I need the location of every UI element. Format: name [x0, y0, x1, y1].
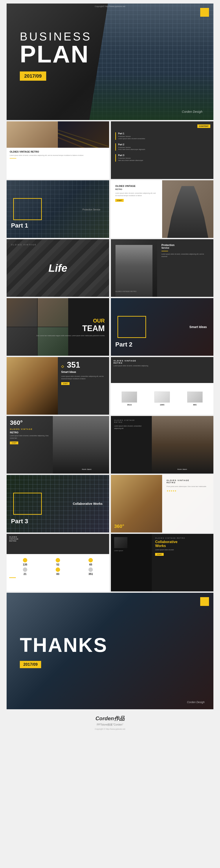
team-team-text: TEAM [36, 324, 105, 333]
collab-vintage-label: OLDIES VINTAGE RETRO [155, 537, 210, 539]
hero-yellow-accent [200, 8, 209, 17]
slide-row-10: THANKS 2017/09 Corden Desigh [4, 593, 216, 709]
smart-title: Smart Ideas [61, 370, 106, 374]
vintage-night-img [58, 121, 109, 148]
vintage-yellow-line [10, 158, 16, 158]
vintage-title: Oldies Vintage Retro [10, 150, 106, 153]
content-item-1-text: Lorem ipsum dolor sit amet consectetur [118, 137, 209, 140]
num-icon-2 [56, 558, 60, 562]
smart-diamond-icon: ◇ [61, 365, 64, 368]
slide-row-9: OLDIESVINTAGERETRO 135 52 65 [4, 534, 216, 591]
slide-part1: Part 1 Protection Service [7, 180, 109, 238]
slide-city: OLDIES VINTAGE RETRO Proin porta lorem u… [111, 475, 213, 532]
slide-drones: OLDIES VINTAGERETRO Lorem ipsum dolor si… [111, 357, 213, 415]
thanks-text: THANKS [20, 634, 108, 656]
collab-left-image [114, 537, 128, 548]
life-overlay-label: OLDIES VINTAGE [11, 244, 36, 246]
product-3-num: 88S [187, 404, 202, 406]
collab-works-collab: Collaborative [155, 540, 177, 544]
slide-row-1: Copyright© http://www.pptstore.net BUSIN… [4, 3, 216, 120]
content-item-2-title: Part 2 [118, 143, 209, 146]
num-item-3: 65 [75, 558, 107, 566]
numbers-vintage-label: OLDIESVINTAGERETRO [9, 536, 107, 542]
slide-row-6: ◇ 351 Smart Ideas Lorem ipsum dolor sit … [4, 357, 216, 415]
num-item-6: 351 [75, 567, 107, 576]
protection-subtitle: Service [162, 247, 209, 249]
team-our-text: OUR [36, 318, 105, 324]
collab-works-title: Collaborative Works [155, 540, 210, 548]
protection-left-image [111, 239, 157, 297]
slide-part2: Part 2 Smart Ideas [111, 298, 213, 356]
product-2-num: 168S [155, 404, 170, 406]
vintage2-btn[interactable]: START [115, 199, 123, 202]
hero-plan-text: PLAN [20, 43, 92, 65]
smart-right-content: ◇ 351 Smart Ideas Lorem ipsum dolor sit … [58, 357, 109, 415]
content-item-3-text: Nam arcu lorem aenean ullamcorper [118, 159, 209, 162]
city-content: OLDIES VINTAGE RETRO Proin porta lorem u… [162, 475, 213, 532]
kevin-text: Lorem ipsum dolor sit amet, consectetur … [10, 435, 50, 439]
thanks-date-badge: 2017/09 [20, 661, 41, 668]
collab-btn[interactable]: START [155, 553, 163, 556]
product-3: 88S [187, 392, 202, 406]
collab-left-dark: Lorem ipsum [111, 534, 152, 591]
hero-content: BUSINESS PLAN 2017/09 [20, 30, 92, 81]
slide-vintage2: OLDIES VINTAGE RETRO Lorem ipsum dolor s… [111, 180, 213, 238]
drones-title: OLDIES VINTAGERETRO [113, 360, 211, 364]
numbers-yellow-bar [9, 577, 16, 578]
slide360man-right-image [152, 416, 213, 473]
protection-text: Lorem ipsum dolor sit amet, consectetur … [162, 253, 209, 258]
slide-row-2: Oldies Vintage Retro Lorem ipsum dolor s… [4, 121, 216, 179]
num-icon-4 [23, 567, 27, 572]
kevin-degrees: 360° [10, 419, 50, 426]
city-vintage-title: OLDIES VINTAGE [167, 479, 209, 482]
part1-yellow-outline [13, 198, 42, 220]
part1-protection-label: Protection Service [82, 208, 100, 211]
slide-numbers: OLDIESVINTAGERETRO 135 52 65 [7, 534, 109, 591]
num-value-5: 83 [42, 572, 74, 576]
kevin-name: Kevin Jason [82, 468, 91, 470]
numbers-footer-text [9, 577, 107, 578]
kevin-right-image [53, 416, 109, 473]
slide-kevin: 360° OLDIES VINTAGE RETRO Lorem ipsum do… [7, 416, 109, 473]
smart-btn[interactable]: START [61, 382, 70, 385]
num-value-1: 135 [9, 563, 41, 566]
protection-bottom-label: OLDIES VINTAGE RETRO [115, 290, 136, 292]
light-streaks [58, 121, 109, 148]
kevin-btn[interactable]: START [10, 441, 18, 444]
slide360man-retro-label: RETRO [114, 421, 148, 423]
num-icon-1 [23, 558, 27, 562]
smart-left-image [7, 357, 58, 415]
part3-collab-label: Collaborative Works [73, 502, 103, 505]
content-items: Part 1 Protection Service Lorem ipsum do… [111, 121, 213, 169]
hero-mountain-image [89, 3, 213, 120]
footer-brand: Corden作品 [0, 715, 220, 722]
slide-row-8: Part 3 Collaborative Works OLDIES VINTAG… [4, 475, 216, 532]
numbers-bottom: 135 52 65 21 [7, 554, 109, 591]
num-value-6: 351 [75, 572, 107, 576]
protection-title: Protection [162, 244, 209, 247]
slide-part3: Part 3 Collaborative Works [7, 475, 109, 532]
vintage2-subtitle: RETRO [115, 188, 158, 190]
product-1-num: 351S [122, 404, 137, 406]
slide-hero: Copyright© http://www.pptstore.net BUSIN… [7, 3, 213, 120]
thanks-designer: Corden Desigh [187, 701, 204, 704]
mountain-overlay [89, 3, 213, 120]
hero-designer: Corden Desigh [182, 110, 202, 114]
footer-copyright: Copyright © http://www.pptsote.net [0, 728, 220, 730]
content-item-3-title: Part 3 [118, 154, 209, 157]
slide-life: OLDIES VINTAGE Life [7, 239, 109, 297]
kevin-retro: RETRO [10, 431, 50, 434]
slide-collab: Lorem ipsum OLDIES VINTAGE RETRO Collabo… [111, 534, 213, 591]
slide360man-person-bg [152, 416, 213, 473]
part1-label: Part 1 [11, 222, 28, 229]
slide360man-vintage-label: OLDIES VINTAGE [114, 419, 148, 421]
kevin-person-bg [53, 416, 109, 473]
drones-top-section: OLDIES VINTAGERETRO Lorem ipsum dolor si… [111, 357, 213, 383]
slide360man-left-content: OLDIES VINTAGE RETRO Lorem ipsum dolor s… [111, 416, 152, 473]
num-icon-3 [88, 558, 93, 562]
slide-thanks: THANKS 2017/09 Corden Desigh [7, 593, 213, 709]
content-item-2-text: Proin mam lorem ullamcorper dignissim [118, 148, 209, 151]
city-retro-title: RETRO [167, 482, 209, 484]
content-tag: CONTENT [197, 124, 211, 128]
part2-smart-label: Smart Ideas [189, 325, 207, 329]
